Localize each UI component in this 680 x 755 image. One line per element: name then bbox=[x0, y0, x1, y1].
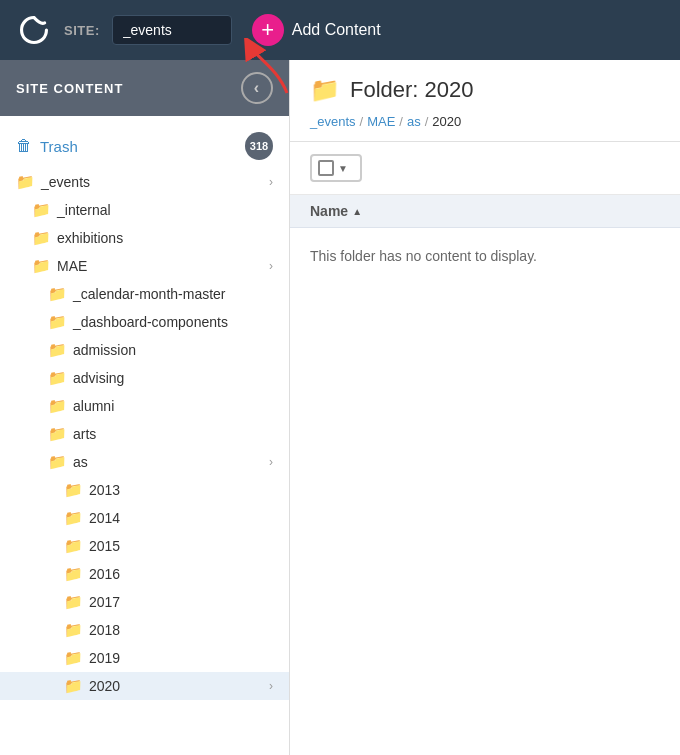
tree-item-2015[interactable]: 📁2015 bbox=[0, 532, 289, 560]
content-header: 📁 Folder: 2020 _events / MAE / as / 2020 bbox=[290, 60, 680, 142]
folder-icon: 📁 bbox=[32, 201, 51, 219]
breadcrumb: _events / MAE / as / 2020 bbox=[310, 114, 660, 129]
folder-icon: 📁 bbox=[64, 537, 83, 555]
folder-icon: 📁 bbox=[64, 677, 83, 695]
tree-item-label: 2017 bbox=[89, 594, 273, 610]
tree-item-internal[interactable]: 📁_internal bbox=[0, 196, 289, 224]
folder-icon: 📁 bbox=[16, 173, 35, 191]
tree-item-label: as bbox=[73, 454, 263, 470]
folder-icon: 📁 bbox=[64, 649, 83, 667]
sidebar-title: SITE CONTENT bbox=[16, 81, 123, 96]
tree-item-label: admission bbox=[73, 342, 273, 358]
empty-message: This folder has no content to display. bbox=[310, 248, 537, 264]
tree-item-admission[interactable]: 📁admission bbox=[0, 336, 289, 364]
breadcrumb-link[interactable]: as bbox=[407, 114, 421, 129]
sidebar-back-button[interactable]: ‹ bbox=[241, 72, 273, 104]
app-logo bbox=[16, 12, 52, 48]
chevron-right-icon: › bbox=[269, 259, 273, 273]
checkbox-icon bbox=[318, 160, 334, 176]
sidebar: SITE CONTENT ‹ 🗑 Trash 318 📁_events›📁_in… bbox=[0, 60, 290, 755]
tree-item-label: alumni bbox=[73, 398, 273, 414]
tree-item-label: 2014 bbox=[89, 510, 273, 526]
folder-icon: 📁 bbox=[64, 621, 83, 639]
tree-item-advising[interactable]: 📁advising bbox=[0, 364, 289, 392]
tree-item-mae[interactable]: 📁MAE› bbox=[0, 252, 289, 280]
add-icon: + bbox=[252, 14, 284, 46]
tree-item-calendar-month-master[interactable]: 📁_calendar-month-master bbox=[0, 280, 289, 308]
folder-icon: 📁 bbox=[48, 397, 67, 415]
trash-item[interactable]: 🗑 Trash 318 bbox=[0, 124, 289, 168]
content-body: This folder has no content to display. bbox=[290, 228, 680, 284]
folder-icon: 📁 bbox=[32, 229, 51, 247]
breadcrumb-item: / bbox=[425, 114, 429, 129]
name-column-header[interactable]: Name ▲ bbox=[310, 203, 362, 219]
tree-item-2018[interactable]: 📁2018 bbox=[0, 616, 289, 644]
sort-asc-icon: ▲ bbox=[352, 206, 362, 217]
chevron-right-icon: › bbox=[269, 175, 273, 189]
folder-icon: 📁 bbox=[32, 257, 51, 275]
folder-title-text: Folder: 2020 bbox=[350, 77, 474, 103]
tree-item-exhibitions[interactable]: 📁exhibitions bbox=[0, 224, 289, 252]
tree-item-label: _events bbox=[41, 174, 263, 190]
tree-item-label: 2016 bbox=[89, 566, 273, 582]
folder-icon: 📁 bbox=[64, 565, 83, 583]
breadcrumb-link[interactable]: _events bbox=[310, 114, 356, 129]
site-label: SITE: bbox=[64, 23, 100, 38]
tree-item-2017[interactable]: 📁2017 bbox=[0, 588, 289, 616]
tree-item-alumni[interactable]: 📁alumni bbox=[0, 392, 289, 420]
trash-item-left: 🗑 Trash bbox=[16, 137, 78, 155]
folder-icon: 📁 bbox=[64, 481, 83, 499]
tree-item-label: exhibitions bbox=[57, 230, 273, 246]
folder-icon: 📁 bbox=[64, 509, 83, 527]
folder-icon: 📁 bbox=[48, 285, 67, 303]
folder-icon: 📁 bbox=[48, 425, 67, 443]
tree-item-label: 2015 bbox=[89, 538, 273, 554]
tree-item-events[interactable]: 📁_events› bbox=[0, 168, 289, 196]
trash-label: Trash bbox=[40, 138, 78, 155]
breadcrumb-item: / bbox=[399, 114, 403, 129]
table-header: Name ▲ bbox=[290, 195, 680, 228]
tree-item-label: 2018 bbox=[89, 622, 273, 638]
site-input[interactable] bbox=[112, 15, 232, 45]
name-column-label: Name bbox=[310, 203, 348, 219]
tree-item-2013[interactable]: 📁2013 bbox=[0, 476, 289, 504]
select-dropdown[interactable]: ▼ bbox=[310, 154, 362, 182]
tree-item-2020[interactable]: 📁2020› bbox=[0, 672, 289, 700]
folder-icon: 📁 bbox=[48, 341, 67, 359]
breadcrumb-item: / bbox=[360, 114, 364, 129]
trash-icon: 🗑 bbox=[16, 137, 32, 155]
sidebar-content: 🗑 Trash 318 📁_events›📁_internal📁exhibiti… bbox=[0, 116, 289, 755]
chevron-down-icon: ▼ bbox=[338, 163, 348, 174]
add-content-button[interactable]: + Add Content bbox=[252, 14, 381, 46]
trash-count-badge: 318 bbox=[245, 132, 273, 160]
folder-tree: 📁_events›📁_internal📁exhibitions📁MAE›📁_ca… bbox=[0, 168, 289, 700]
folder-icon: 📁 bbox=[48, 313, 67, 331]
tree-item-2019[interactable]: 📁2019 bbox=[0, 644, 289, 672]
folder-icon: 📁 bbox=[48, 453, 67, 471]
tree-item-label: MAE bbox=[57, 258, 263, 274]
folder-title-row: 📁 Folder: 2020 bbox=[310, 76, 660, 104]
tree-item-as[interactable]: 📁as› bbox=[0, 448, 289, 476]
chevron-right-icon: › bbox=[269, 679, 273, 693]
tree-item-dashboard-components[interactable]: 📁_dashboard-components bbox=[0, 308, 289, 336]
sidebar-header: SITE CONTENT ‹ bbox=[0, 60, 289, 116]
main-area: SITE CONTENT ‹ 🗑 Trash 318 📁_events›📁_in… bbox=[0, 60, 680, 755]
folder-icon: 📁 bbox=[48, 369, 67, 387]
tree-item-label: _dashboard-components bbox=[73, 314, 273, 330]
folder-title-icon: 📁 bbox=[310, 76, 340, 104]
tree-item-label: 2019 bbox=[89, 650, 273, 666]
header: SITE: + Add Content bbox=[0, 0, 680, 60]
tree-item-2016[interactable]: 📁2016 bbox=[0, 560, 289, 588]
add-content-label: Add Content bbox=[292, 21, 381, 39]
tree-item-label: advising bbox=[73, 370, 273, 386]
chevron-right-icon: › bbox=[269, 455, 273, 469]
breadcrumb-item: 2020 bbox=[432, 114, 461, 129]
tree-item-label: 2020 bbox=[89, 678, 263, 694]
content-toolbar: ▼ bbox=[290, 142, 680, 195]
tree-item-label: arts bbox=[73, 426, 273, 442]
breadcrumb-link[interactable]: MAE bbox=[367, 114, 395, 129]
tree-item-label: _calendar-month-master bbox=[73, 286, 273, 302]
tree-item-2014[interactable]: 📁2014 bbox=[0, 504, 289, 532]
tree-item-label: 2013 bbox=[89, 482, 273, 498]
tree-item-arts[interactable]: 📁arts bbox=[0, 420, 289, 448]
